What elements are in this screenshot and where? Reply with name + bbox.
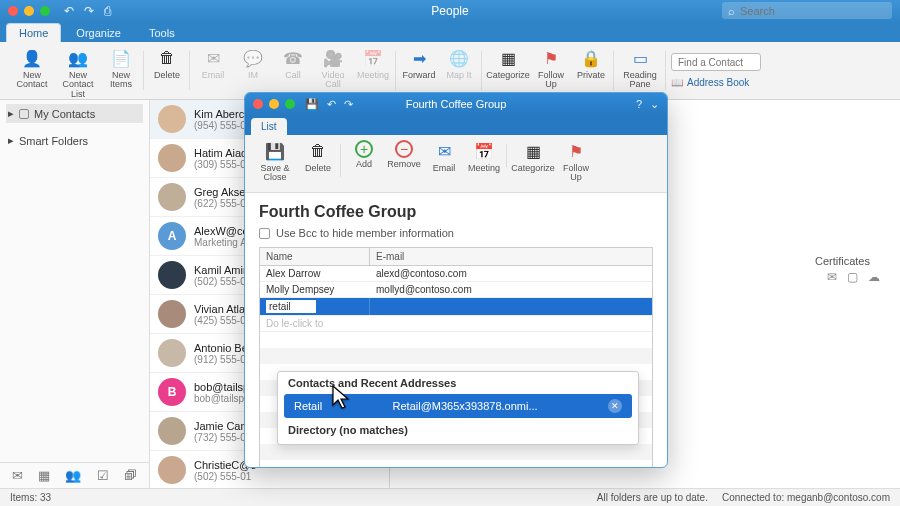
person-icon: 👤: [21, 47, 43, 69]
avatar: [158, 300, 186, 328]
folder-sidebar: ▸My Contacts ▸Smart Folders ✉ ▦ 👥 ☑ 🗊: [0, 100, 150, 488]
status-sync: All folders are up to date.: [597, 492, 708, 503]
autocomplete-popup: Contacts and Recent Addresses Retail Ret…: [277, 371, 639, 445]
remove-button[interactable]: −Remove: [386, 138, 422, 173]
followup-button[interactable]: ⚑Follow Up: [558, 138, 594, 183]
chat-icon: 💬: [242, 47, 264, 69]
search-input[interactable]: [740, 5, 886, 17]
flag-icon: ⚑: [565, 140, 587, 162]
email-button[interactable]: ✉Email: [426, 138, 462, 173]
tab-tools[interactable]: Tools: [136, 23, 188, 42]
avatar: [158, 417, 186, 445]
dialog-body: Fourth Coffee Group Use Bcc to hide memb…: [245, 193, 667, 467]
mail-nav-icon[interactable]: ✉: [12, 468, 23, 483]
contact-name: Vivian Atlas: [194, 303, 251, 315]
use-bcc-checkbox[interactable]: Use Bcc to hide member information: [259, 227, 653, 239]
autocomplete-item[interactable]: Retail Retail@M365x393878.onmi... ✕: [284, 394, 632, 418]
mapit-button[interactable]: 🌐Map It: [441, 45, 477, 80]
im-button[interactable]: 💬IM: [235, 45, 271, 90]
table-header: Name E-mail: [260, 248, 652, 266]
meeting-button[interactable]: 📅Meeting: [355, 45, 391, 90]
ribbon-tabs: Home Organize Tools: [0, 22, 900, 42]
nav-footer: ✉ ▦ 👥 ☑ 🗊: [0, 462, 149, 488]
people-nav-icon[interactable]: 👥: [65, 468, 81, 483]
avatar: B: [158, 378, 186, 406]
search-icon: ⌕: [728, 5, 735, 17]
reading-pane-button[interactable]: ▭Reading Pane: [619, 45, 661, 90]
sidebar-item-smart-folders[interactable]: ▸Smart Folders: [6, 131, 143, 150]
phone-icon: ☎: [282, 47, 304, 69]
table-row[interactable]: Alex Darrowalexd@contoso.com: [260, 266, 652, 282]
contact-phone: (502) 555-01: [194, 471, 256, 482]
help-icon[interactable]: ?: [636, 98, 642, 111]
forward-button[interactable]: ➡Forward: [401, 45, 437, 80]
detail-tab-certificates[interactable]: Certificates: [815, 255, 870, 267]
avatar: [158, 144, 186, 172]
call-button[interactable]: ☎Call: [275, 45, 311, 90]
checkbox-icon: [259, 228, 270, 239]
video-button[interactable]: 🎥Video Call: [315, 45, 351, 90]
delete-button[interactable]: 🗑Delete: [149, 45, 185, 80]
minus-icon: −: [395, 140, 413, 158]
mail-icon: ✉: [433, 140, 455, 162]
remove-suggestion-icon[interactable]: ✕: [608, 399, 622, 413]
categorize-button[interactable]: ▦Categorize: [487, 45, 529, 90]
mail-icon: ✉: [202, 47, 224, 69]
dialog-titlebar: 💾↶↷ Fourth Coffee Group ?⌄: [245, 93, 667, 115]
address-book-button[interactable]: 📖Address Book: [671, 77, 749, 88]
tab-home[interactable]: Home: [6, 23, 61, 42]
checkbox-icon[interactable]: [19, 109, 29, 119]
meeting-button[interactable]: 📅Meeting: [466, 138, 502, 173]
followup-button[interactable]: ⚑Follow Up: [533, 45, 569, 90]
column-email[interactable]: E-mail: [370, 248, 652, 265]
avatar: [158, 456, 186, 484]
plus-icon: +: [355, 140, 373, 158]
status-bar: Items: 33 All folders are up to date. Co…: [0, 488, 900, 506]
tasks-nav-icon[interactable]: ☑: [97, 468, 109, 483]
calendar-icon: 📅: [362, 47, 384, 69]
autocomplete-header: Contacts and Recent Addresses: [278, 372, 638, 394]
titlebar: ↶ ↷ ⎙ People ⌕: [0, 0, 900, 22]
chevron-down-icon[interactable]: ⌄: [650, 98, 659, 111]
chat-icon[interactable]: ☁: [868, 270, 880, 284]
trash-icon: 🗑: [307, 140, 329, 162]
new-contact-list-button[interactable]: 👥New Contact List: [57, 45, 99, 99]
add-button[interactable]: +Add: [346, 138, 382, 173]
column-name[interactable]: Name: [260, 248, 370, 265]
save-close-button[interactable]: 💾Save & Close: [254, 138, 296, 183]
hint-row: Do le-click to: [260, 316, 652, 332]
new-member-row[interactable]: [260, 298, 652, 316]
tab-list[interactable]: List: [251, 118, 287, 135]
notes-nav-icon[interactable]: 🗊: [124, 468, 137, 483]
video-icon: 🎥: [322, 47, 344, 69]
autocomplete-item-name: Retail: [294, 400, 322, 412]
find-contact-input[interactable]: [671, 53, 761, 71]
table-row[interactable]: Molly Dempseymollyd@contoso.com: [260, 282, 652, 298]
video-icon[interactable]: ▢: [847, 270, 858, 284]
search-box[interactable]: ⌕: [722, 2, 892, 19]
status-connection: Connected to: meganb@contoso.com: [722, 492, 890, 503]
categorize-button[interactable]: ▦Categorize: [512, 138, 554, 183]
new-contact-button[interactable]: 👤New Contact: [11, 45, 53, 99]
private-button[interactable]: 🔒Private: [573, 45, 609, 90]
dialog-title: Fourth Coffee Group: [245, 98, 667, 110]
trash-icon: 🗑: [156, 47, 178, 69]
book-icon: 📖: [671, 77, 683, 88]
flag-icon: ⚑: [540, 47, 562, 69]
new-items-button[interactable]: 📄New Items: [103, 45, 139, 99]
delete-button[interactable]: 🗑Delete: [300, 138, 336, 183]
avatar: [158, 105, 186, 133]
dialog-ribbon: 💾Save & Close 🗑Delete +Add −Remove ✉Emai…: [245, 135, 667, 193]
detail-action-icons: ✉ ▢ ☁: [827, 270, 880, 284]
save-icon: 💾: [264, 140, 286, 162]
calendar-nav-icon[interactable]: ▦: [38, 468, 50, 483]
dialog-tabs: List: [245, 115, 667, 135]
autocomplete-item-email: Retail@M365x393878.onmi...: [393, 400, 538, 412]
mail-icon[interactable]: ✉: [827, 270, 837, 284]
tab-organize[interactable]: Organize: [63, 23, 134, 42]
avatar: [158, 339, 186, 367]
sidebar-item-my-contacts[interactable]: ▸My Contacts: [6, 104, 143, 123]
categorize-icon: ▦: [522, 140, 544, 162]
member-name-input[interactable]: [266, 300, 316, 313]
email-button[interactable]: ✉Email: [195, 45, 231, 90]
